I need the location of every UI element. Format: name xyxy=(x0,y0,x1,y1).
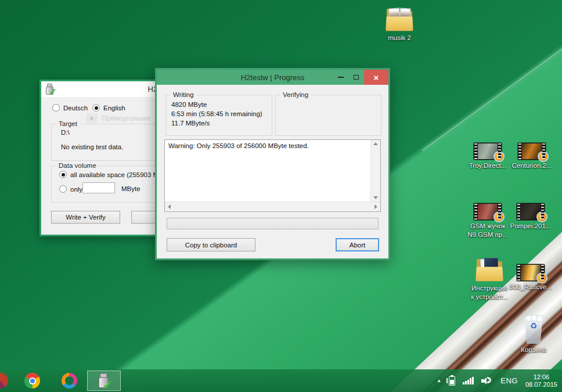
scroll-up-icon[interactable] xyxy=(373,142,378,145)
dialog-client: Writing 4820 MByte 6:53 min (5:58:45 h r… xyxy=(157,85,388,258)
close-button[interactable] xyxy=(364,70,388,85)
desktop-icon-troy[interactable]: Troy.Direct... xyxy=(463,143,513,170)
h2testw-progress-dialog: H2testw | Progress Writing 4820 MByte 6:… xyxy=(155,68,390,260)
log-warning-text: Warning: Only 255903 of 256000 MByte tes… xyxy=(165,140,370,202)
icon-label: N9 GSM пр... xyxy=(467,231,508,239)
groupbox-label: Verifying xyxy=(280,91,311,99)
check-icon xyxy=(103,379,113,391)
radio-label: only xyxy=(70,186,82,193)
language-indicator[interactable]: ENG xyxy=(500,376,518,385)
minimize-button[interactable] xyxy=(333,70,348,85)
video-thumbnail-icon xyxy=(518,143,546,160)
clock-date: 08.07.2015 xyxy=(525,381,557,389)
icon-label: GSM жучок xyxy=(470,222,505,231)
scroll-down-icon[interactable] xyxy=(373,196,378,199)
icon-label: Корзина xyxy=(521,346,546,354)
music-folder-icon xyxy=(386,8,413,32)
radio-only[interactable]: only xyxy=(59,185,82,193)
radio-deutsch[interactable]: Deutsch xyxy=(52,104,88,112)
taskbar: ENG 12:06 08.07.2015 xyxy=(0,369,562,392)
sync-arrows-icon[interactable] xyxy=(62,373,77,389)
target-status: No existing test data. xyxy=(61,143,123,150)
network-signal-icon[interactable] xyxy=(463,377,474,384)
writing-groupbox: Writing 4820 MByte 6:53 min (5:58:45 h r… xyxy=(165,95,272,136)
maximize-icon xyxy=(354,75,359,80)
recycle-symbol-icon xyxy=(523,322,545,330)
write-verify-button[interactable]: Write + Verify xyxy=(51,211,120,224)
h2testw-app-icon xyxy=(98,373,110,389)
desktop-icon-recycle-bin[interactable]: Корзина xyxy=(511,315,556,354)
icon-label: Pompei.201... xyxy=(510,222,552,231)
clock[interactable]: 12:06 08.07.2015 xyxy=(525,373,557,389)
icon-label: Troy.Direct... xyxy=(469,161,507,170)
video-thumbnail-icon xyxy=(474,143,502,160)
writing-stats: 4820 MByte 6:53 min (5:58:45 h remaining… xyxy=(171,100,262,128)
radio-circle xyxy=(59,171,67,178)
taskbar-h2testw-button[interactable] xyxy=(87,371,121,391)
battery-icon[interactable] xyxy=(449,376,455,386)
target-drive: D:\ xyxy=(61,129,70,136)
ghost-tooltip-rectangle: Прямоугольник xyxy=(86,113,151,123)
play-badge-icon xyxy=(538,151,549,162)
recycle-bin-icon xyxy=(523,315,545,344)
wallpaper-highlight-line xyxy=(422,48,562,151)
copy-to-clipboard-button[interactable]: Copy to clipboard xyxy=(167,238,255,251)
groupbox-label: Data volume xyxy=(56,161,99,170)
desktop: musik 2 Troy.Direct... Centurion.2... GS… xyxy=(0,0,562,392)
scroll-right-icon[interactable] xyxy=(374,204,377,209)
desktop-icon-centurion[interactable]: Centurion.2... xyxy=(506,143,557,170)
minimize-icon xyxy=(338,77,344,78)
radio-label: Deutsch xyxy=(63,105,88,112)
scroll-left-icon[interactable] xyxy=(168,204,171,209)
icon-label: Centurion.2... xyxy=(511,161,552,170)
abort-button[interactable]: Abort xyxy=(336,238,379,251)
video-thumbnail-icon xyxy=(474,203,502,220)
mbyte-unit-label: MByte xyxy=(121,185,140,192)
desktop-icon-pompei[interactable]: Pompei.201... xyxy=(504,203,557,231)
horizontal-scrollbar[interactable] xyxy=(165,202,380,211)
radio-circle xyxy=(52,104,60,112)
groupbox-label: Target xyxy=(56,120,80,128)
window-controls xyxy=(333,70,388,85)
clock-time: 12:06 xyxy=(525,373,557,381)
system-tray: ENG 12:06 08.07.2015 xyxy=(437,369,557,392)
video-thumbnail-icon xyxy=(517,264,545,281)
close-icon xyxy=(374,73,379,82)
volume-icon[interactable] xyxy=(481,376,493,386)
desktop-icon-musik-2[interactable]: musik 2 xyxy=(376,8,423,42)
folder-icon xyxy=(476,258,503,282)
ghost-bullet-icon xyxy=(86,113,98,123)
icon-label: Инструкция xyxy=(471,284,507,293)
play-badge-icon xyxy=(536,272,547,283)
maximize-button[interactable] xyxy=(348,70,364,85)
radio-circle xyxy=(92,104,100,112)
vertical-scrollbar[interactable] xyxy=(370,140,380,202)
video-thumbnail-icon xyxy=(517,203,545,220)
play-badge-icon xyxy=(493,211,505,222)
icon-label: 300_Rascve... xyxy=(509,283,552,292)
desktop-icon-300-rascve[interactable]: 300_Rascve... xyxy=(504,264,557,292)
show-hidden-icons-button[interactable] xyxy=(437,379,441,383)
writing-time: 6:53 min (5:58:45 h remaining) xyxy=(171,109,262,118)
verifying-groupbox: Verifying xyxy=(275,95,381,136)
radio-english[interactable]: English xyxy=(92,104,125,112)
radio-label: English xyxy=(103,105,125,112)
only-mbyte-input[interactable] xyxy=(82,182,115,193)
play-badge-icon xyxy=(536,211,547,222)
radio-circle xyxy=(59,185,67,193)
writing-mbyte: 4820 MByte xyxy=(171,100,262,109)
writing-speed: 11.7 MByte/s xyxy=(171,118,262,128)
taskbar-partial-app-icon[interactable] xyxy=(0,373,8,389)
play-badge-icon xyxy=(493,151,505,162)
progress-bar xyxy=(167,218,379,229)
chrome-icon[interactable] xyxy=(24,373,40,389)
log-textarea[interactable]: Warning: Only 255903 of 256000 MByte tes… xyxy=(164,139,381,212)
icon-label: к устройст... xyxy=(471,293,507,301)
groupbox-label: Writing xyxy=(171,91,196,99)
icon-label: musik 2 xyxy=(388,34,411,42)
